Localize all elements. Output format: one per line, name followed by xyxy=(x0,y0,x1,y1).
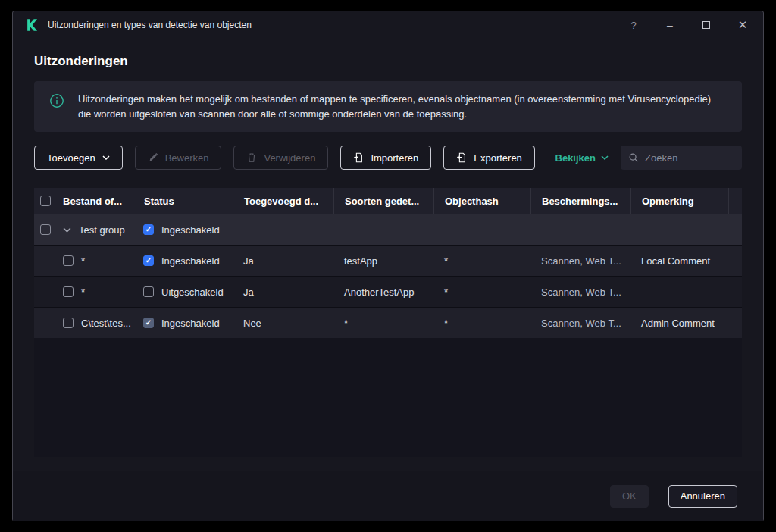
hash-cell: * xyxy=(433,318,530,329)
protection-cell: Scannen, Web T... xyxy=(530,318,630,329)
row-status-checkbox[interactable] xyxy=(143,318,154,328)
column-header-file: Bestand of... xyxy=(57,188,133,214)
comment-cell: Admin Comment xyxy=(630,318,728,329)
table-row[interactable]: C\test\tes... Ingeschakeld Nee * * Scann… xyxy=(34,307,742,338)
page-title: Uitzonderingen xyxy=(34,54,742,69)
pencil-icon xyxy=(148,152,158,163)
row-select-checkbox[interactable] xyxy=(63,286,74,297)
row-status-checkbox[interactable] xyxy=(143,255,154,266)
search-box xyxy=(621,146,742,170)
info-text: Uitzonderingen maken het mogelijk om bes… xyxy=(78,92,722,121)
hash-cell: * xyxy=(433,255,530,267)
dialog-footer: OK Annuleren xyxy=(13,471,763,521)
file-cell: C\test\tes... xyxy=(81,318,131,329)
chevron-down-icon[interactable] xyxy=(63,227,71,233)
status-label: Ingeschakeld xyxy=(161,255,220,267)
row-status-checkbox[interactable] xyxy=(143,286,154,297)
added-cell: Ja xyxy=(233,286,333,298)
close-button[interactable]: ✕ xyxy=(734,18,751,32)
types-cell: * xyxy=(333,318,433,329)
add-button[interactable]: Toevoegen xyxy=(34,146,123,170)
search-input[interactable] xyxy=(645,152,734,164)
maximize-button[interactable] xyxy=(698,19,715,31)
window-controls: ? – ✕ xyxy=(625,18,751,32)
column-header-added: Toegevoegd d... xyxy=(233,188,333,214)
file-cell: * xyxy=(81,286,85,298)
file-cell: * xyxy=(81,255,85,267)
toolbar: Toevoegen Bewerken Verwijderen Importere… xyxy=(34,146,742,170)
delete-button[interactable]: Verwijderen xyxy=(233,146,328,170)
status-label: Uitgeschakeld xyxy=(161,286,224,298)
protection-cell: Scannen, Web T... xyxy=(530,286,630,298)
row-select-checkbox[interactable] xyxy=(63,318,74,328)
chevron-down-icon xyxy=(102,155,110,160)
ok-button[interactable]: OK xyxy=(610,485,649,508)
kaspersky-logo-icon xyxy=(25,18,39,32)
exclusions-table: Bestand of... Status Toegevoegd d... Soo… xyxy=(34,188,742,457)
column-header-status: Status xyxy=(133,188,233,214)
import-icon xyxy=(353,152,364,163)
column-header-hash: Objecthash xyxy=(433,188,530,214)
hash-cell: * xyxy=(433,286,530,298)
table-row[interactable]: * Uitgeschakeld Ja AnotherTestApp * Scan… xyxy=(34,276,742,307)
view-dropdown[interactable]: Bekijken xyxy=(555,152,609,164)
types-cell: testApp xyxy=(333,255,433,267)
column-header-types: Soorten gedet... xyxy=(333,188,433,214)
protection-cell: Scannen, Web T... xyxy=(530,255,630,267)
export-button[interactable]: Exporteren xyxy=(443,146,535,170)
info-icon xyxy=(49,93,64,108)
import-button[interactable]: Importeren xyxy=(340,146,431,170)
dialog-window: Uitzonderingen en types van detectie van… xyxy=(12,11,764,521)
group-status-label: Ingeschakeld xyxy=(161,224,220,236)
export-icon xyxy=(456,152,467,163)
info-banner: Uitzonderingen maken het mogelijk om bes… xyxy=(34,81,742,132)
group-select-checkbox[interactable] xyxy=(40,224,51,235)
chevron-down-icon xyxy=(601,155,609,160)
added-cell: Ja xyxy=(233,255,333,267)
table-header: Bestand of... Status Toegevoegd d... Soo… xyxy=(34,188,742,214)
column-header-comment: Opmerking xyxy=(630,188,728,214)
table-row[interactable]: * Ingeschakeld Ja testApp * Scannen, Web… xyxy=(34,245,742,276)
types-cell: AnotherTestApp xyxy=(333,286,433,298)
comment-cell: Local Comment xyxy=(630,255,728,267)
search-icon xyxy=(628,152,639,163)
cancel-button[interactable]: Annuleren xyxy=(668,485,737,508)
added-cell: Nee xyxy=(233,318,333,329)
minimize-button[interactable]: – xyxy=(662,19,678,31)
status-label: Ingeschakeld xyxy=(161,318,220,329)
table-group-row[interactable]: Test group Ingeschakeld xyxy=(34,214,742,245)
help-button[interactable]: ? xyxy=(625,20,642,31)
edit-button[interactable]: Bewerken xyxy=(135,146,222,170)
title-bar: Uitzonderingen en types van detectie van… xyxy=(13,11,763,39)
trash-icon xyxy=(246,152,257,163)
select-all-checkbox[interactable] xyxy=(40,196,51,206)
table-header-spacer xyxy=(728,188,742,214)
group-name: Test group xyxy=(79,224,125,236)
group-status-checkbox[interactable] xyxy=(143,224,154,235)
row-select-checkbox[interactable] xyxy=(63,255,74,266)
window-title: Uitzonderingen en types van detectie van… xyxy=(48,20,252,30)
column-header-protection: Beschermings... xyxy=(530,188,630,214)
